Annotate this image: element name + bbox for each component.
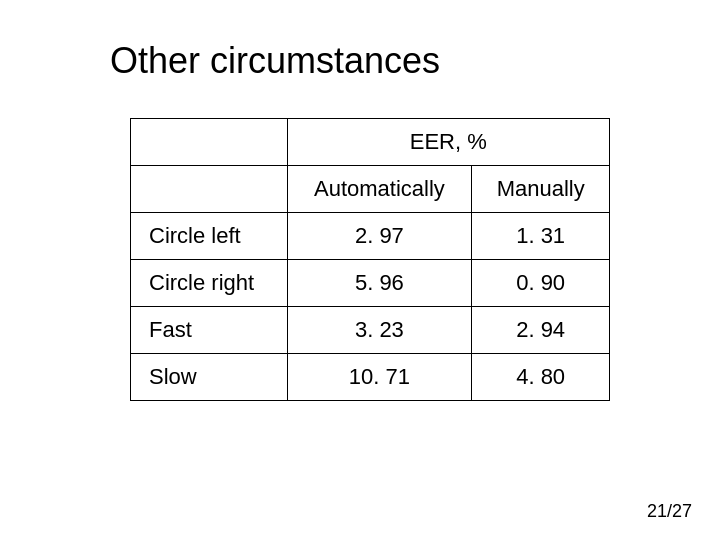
automatically-header: Automatically (287, 166, 472, 213)
row-label: Slow (131, 354, 288, 401)
row-automatically: 2. 97 (287, 213, 472, 260)
empty-subheader-cell (131, 166, 288, 213)
page-title: Other circumstances (110, 40, 440, 82)
table-row: Circle left2. 971. 31 (131, 213, 610, 260)
row-label: Fast (131, 307, 288, 354)
slide-number: 21/27 (647, 501, 692, 522)
manually-header: Manually (472, 166, 610, 213)
row-automatically: 3. 23 (287, 307, 472, 354)
table-row: Circle right5. 960. 90 (131, 260, 610, 307)
table-row: Fast3. 232. 94 (131, 307, 610, 354)
table-wrapper: EER, % Automatically Manually Circle lef… (100, 118, 640, 401)
table-row: Slow10. 714. 80 (131, 354, 610, 401)
row-automatically: 5. 96 (287, 260, 472, 307)
row-manually: 1. 31 (472, 213, 610, 260)
row-automatically: 10. 71 (287, 354, 472, 401)
empty-header-cell (131, 119, 288, 166)
data-table: EER, % Automatically Manually Circle lef… (130, 118, 610, 401)
row-manually: 0. 90 (472, 260, 610, 307)
row-label: Circle left (131, 213, 288, 260)
eer-header: EER, % (287, 119, 610, 166)
row-manually: 2. 94 (472, 307, 610, 354)
row-label: Circle right (131, 260, 288, 307)
page-container: Other circumstances EER, % Automatically… (0, 0, 720, 540)
row-manually: 4. 80 (472, 354, 610, 401)
